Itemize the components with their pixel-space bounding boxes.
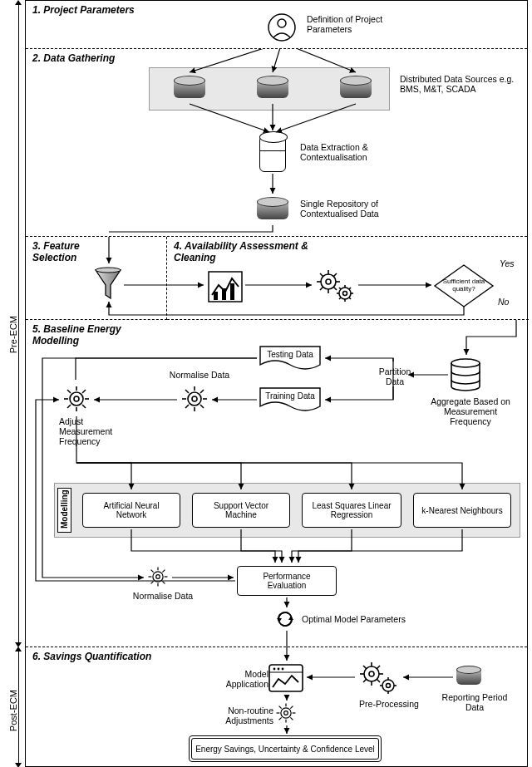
label-normalise-bottom: Normalise Data [126,591,200,601]
gears-icon [358,659,400,697]
svg-point-26 [343,292,347,296]
svg-point-94 [382,680,394,691]
svg-line-68 [151,581,154,583]
section-savings-quantification: 6. Savings Quantification Model Applicat… [26,647,527,766]
database-icon [257,76,288,102]
svg-point-10 [96,268,121,273]
svg-line-49 [200,390,204,393]
section-title-4: 4. Availability Assessment & Cleaning [167,237,350,267]
svg-line-59 [82,390,86,393]
svg-line-24 [333,273,337,277]
svg-line-106 [279,706,282,709]
box-performance-evaluation: Performance Evaluation [237,566,337,596]
database-icon [340,76,372,102]
svg-line-109 [290,706,293,709]
svg-point-101 [284,711,288,715]
section-project-parameters: 1. Project Parameters Definition of Proj… [26,1,527,49]
svg-point-100 [281,708,291,718]
svg-line-31 [339,288,341,289]
section-title-3: 3. Feature Selection [26,237,126,267]
database-icon [174,76,205,102]
svg-line-108 [279,717,282,720]
box-result: Energy Savings, Uncertainty & Confidence… [189,735,382,762]
svg-point-39 [451,359,480,367]
label-distributed-sources: Distributed Data Sources e.g. BMS, M&T, … [400,74,516,94]
label-training: Training Data [259,391,322,401]
section-title-5: 5. Baseline Energy Modelling [26,320,159,350]
svg-line-21 [320,273,323,277]
svg-line-91 [377,679,380,682]
gear-icon [147,566,169,588]
model-lslr: Least Squares Linear Regression [302,493,401,528]
svg-rect-12 [214,292,218,300]
svg-point-16 [326,279,331,284]
label-definition: Definition of Project Parameters [307,14,415,34]
svg-point-95 [387,684,391,688]
svg-line-47 [200,405,204,408]
section-data-gathering: 2. Data Gathering Distributed Data Sourc… [26,49,527,237]
label-yes: Yes [500,258,515,268]
svg-point-61 [156,575,160,579]
svg-point-81 [278,668,280,671]
svg-point-50 [70,392,83,406]
svg-point-80 [273,668,276,671]
svg-point-60 [153,572,163,582]
side-label-post: Post-ECM [8,690,18,731]
label-nonroutine: Non-routine Adjustments [209,706,273,725]
section-title-2: 2. Data Gathering [26,49,527,67]
diamond-label: Sufficient data quality? [439,278,489,293]
label-preproc: Pre-Processing [352,699,426,709]
decision-diamond: Sufficient data quality? [433,263,495,308]
side-arrow-down-post [15,763,22,767]
database-lines-icon [450,358,481,391]
label-normalise-top: Normalise Data [162,370,237,380]
svg-line-92 [363,679,367,682]
gears-icon [315,267,357,305]
svg-point-41 [192,396,197,401]
svg-point-25 [339,288,351,299]
svg-line-48 [185,405,189,408]
svg-line-34 [349,288,351,289]
svg-rect-13 [222,288,226,300]
svg-line-90 [363,666,367,669]
svg-line-58 [67,405,71,408]
label-no: No [498,297,509,307]
svg-rect-14 [230,283,234,300]
gear-icon [275,702,297,724]
doc-testing: Testing Data [259,345,322,373]
side-label-pre: Pre-ECM [8,316,18,353]
svg-line-22 [333,287,337,290]
refresh-icon [275,609,295,629]
label-reporting: Reporting Period Data [441,692,508,712]
flowchart-container: 1. Project Parameters Definition of Proj… [25,0,528,767]
side-arrow-line-pre [18,4,19,642]
svg-point-82 [282,668,284,671]
gear-icon [62,385,91,413]
label-adjust: Adjust Measurement Frequency [59,416,134,446]
svg-line-66 [151,570,154,573]
svg-marker-9 [96,270,121,298]
database-icon [456,666,481,687]
gear-icon [180,385,209,413]
label-model-app: Model Application [224,669,268,689]
label-repository: Single Repository of Contextualised Data [300,199,425,219]
label-testing: Testing Data [259,350,322,359]
model-knn: k-Nearest Neighbours [413,493,511,528]
svg-line-46 [185,390,189,393]
analytics-icon [207,270,244,303]
section-title-6: 6. Savings Quantification [26,647,527,666]
svg-point-51 [74,396,79,401]
svg-line-93 [377,666,380,669]
label-partition: Partition Data [370,366,420,386]
svg-line-23 [320,287,323,290]
modelling-vertical-label: Modelling [57,488,71,533]
funnel-icon [94,267,122,300]
chart-icon [268,664,303,696]
svg-line-57 [82,405,86,408]
svg-line-56 [67,390,71,393]
side-arrow-line-post [18,651,19,763]
svg-point-40 [188,392,201,406]
label-optimal: Optimal Model Parameters [302,614,435,624]
side-arrow-up-post [15,647,22,651]
section-baseline-modelling: 5. Baseline Energy Modelling Aggregate B… [26,320,527,647]
